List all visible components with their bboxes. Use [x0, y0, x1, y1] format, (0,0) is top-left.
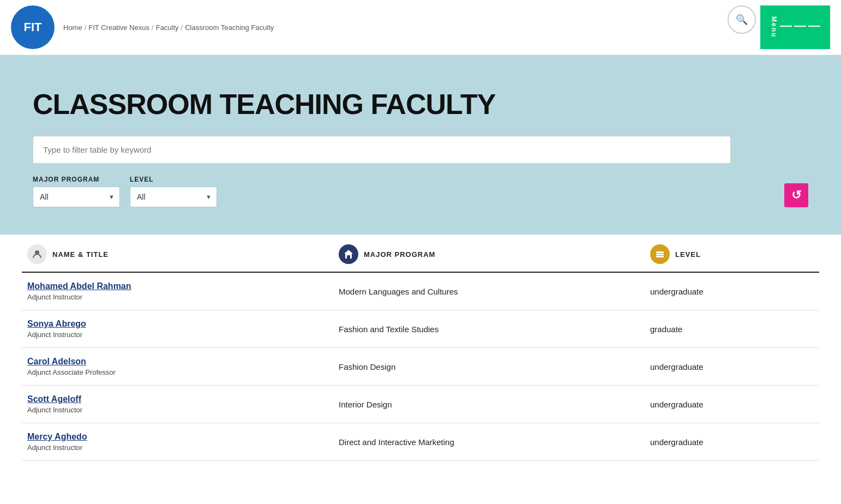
menu-label: Menu: [770, 16, 778, 38]
breadcrumb: Home / FIT Creative Nexus / Faculty / Cl…: [63, 23, 274, 32]
major-program-select-wrapper: All: [33, 187, 120, 207]
level-label: LEVEL: [130, 176, 217, 183]
breadcrumb-sep-2: /: [152, 23, 154, 32]
col-header-major: MAJOR PROGRAM: [339, 244, 650, 264]
reset-icon: ↺: [791, 188, 801, 202]
level-cell: undergraduate: [650, 400, 814, 409]
major-program-select[interactable]: All: [33, 187, 120, 207]
building-icon: [339, 244, 358, 264]
level-cell: graduate: [650, 325, 814, 334]
svg-rect-5: [656, 251, 664, 253]
faculty-name[interactable]: Mercy Aghedo: [27, 432, 339, 442]
table-body: Mohamed Abdel Rahman Adjunct Instructor …: [22, 273, 819, 461]
level-filter-group: LEVEL All: [130, 176, 217, 207]
major-program-cell: Direct and Interactive Marketing: [339, 437, 650, 447]
person-icon: [27, 244, 47, 264]
faculty-info: Carol Adelson Adjunct Associate Professo…: [27, 357, 339, 376]
level-cell: undergraduate: [650, 362, 814, 371]
faculty-title: Adjunct Associate Professor: [27, 368, 339, 376]
major-program-cell: Fashion Design: [339, 362, 650, 371]
faculty-info: Mercy Aghedo Adjunct Instructor: [27, 432, 339, 452]
major-program-label: MAJOR PROGRAM: [33, 176, 120, 183]
faculty-info: Mohamed Abdel Rahman Adjunct Instructor: [27, 281, 339, 301]
menu-lines-icon: [780, 26, 820, 27]
fit-logo[interactable]: FIT: [11, 5, 55, 49]
level-select[interactable]: All: [130, 187, 217, 207]
header-right: 🔍 Menu: [728, 5, 830, 49]
level-cell: undergraduate: [650, 437, 814, 447]
search-icon: 🔍: [736, 14, 748, 26]
major-program-cell: Modern Languages and Cultures: [339, 287, 650, 296]
major-program-filter-group: MAJOR PROGRAM All: [33, 176, 120, 207]
svg-marker-2: [344, 250, 353, 254]
faculty-title: Adjunct Instructor: [27, 293, 339, 301]
breadcrumb-faculty[interactable]: Faculty: [156, 23, 179, 32]
reset-button[interactable]: ↺: [784, 183, 808, 207]
col-header-level: LEVEL: [650, 244, 814, 264]
menu-button[interactable]: Menu: [760, 5, 830, 49]
breadcrumb-nexus[interactable]: FIT Creative Nexus: [88, 23, 149, 32]
faculty-title: Adjunct Instructor: [27, 406, 339, 414]
faculty-info: Scott Ageloff Adjunct Instructor: [27, 394, 339, 414]
table-row: Mohamed Abdel Rahman Adjunct Instructor …: [22, 273, 819, 310]
site-header: FIT Home / FIT Creative Nexus / Faculty …: [0, 0, 841, 55]
col-header-major-label: MAJOR PROGRAM: [364, 250, 435, 259]
level-select-wrapper: All: [130, 187, 217, 207]
breadcrumb-current: Classroom Teaching Faculty: [185, 23, 274, 32]
faculty-table-section: NAME & TITLE MAJOR PROGRAM: [0, 235, 841, 483]
major-program-cell: Interior Design: [339, 400, 650, 409]
keyword-filter-input[interactable]: [33, 136, 731, 164]
table-row: Mercy Aghedo Adjunct Instructor Direct a…: [22, 423, 819, 461]
search-button[interactable]: 🔍: [728, 5, 756, 34]
col-header-name-label: NAME & TITLE: [52, 250, 109, 259]
svg-rect-3: [347, 255, 349, 259]
hero-section: CLASSROOM TEACHING FACULTY MAJOR PROGRAM…: [0, 55, 841, 235]
faculty-name[interactable]: Scott Ageloff: [27, 394, 339, 404]
faculty-name[interactable]: Carol Adelson: [27, 357, 339, 367]
svg-rect-6: [656, 254, 664, 255]
svg-rect-7: [656, 256, 664, 257]
table-header: NAME & TITLE MAJOR PROGRAM: [22, 235, 819, 273]
table-row: Sonya Abrego Adjunct Instructor Fashion …: [22, 310, 819, 348]
page-title: CLASSROOM TEACHING FACULTY: [33, 88, 808, 121]
header-left: FIT Home / FIT Creative Nexus / Faculty …: [11, 5, 274, 49]
faculty-title: Adjunct Instructor: [27, 443, 339, 452]
logo-text: FIT: [24, 20, 42, 34]
table-row: Carol Adelson Adjunct Associate Professo…: [22, 348, 819, 386]
table-row: Scott Ageloff Adjunct Instructor Interio…: [22, 386, 819, 423]
breadcrumb-home[interactable]: Home: [63, 23, 82, 32]
breadcrumb-sep-3: /: [181, 23, 183, 32]
breadcrumb-sep-1: /: [85, 23, 87, 32]
faculty-name[interactable]: Mohamed Abdel Rahman: [27, 281, 339, 291]
major-program-cell: Fashion and Textile Studies: [339, 325, 650, 334]
filters-row: MAJOR PROGRAM All LEVEL All ↺: [33, 176, 808, 207]
layers-icon: [650, 244, 670, 264]
col-header-level-label: LEVEL: [675, 250, 701, 259]
faculty-info: Sonya Abrego Adjunct Instructor: [27, 319, 339, 339]
col-header-name: NAME & TITLE: [27, 244, 339, 264]
svg-rect-4: [349, 255, 350, 259]
faculty-name[interactable]: Sonya Abrego: [27, 319, 339, 329]
level-cell: undergraduate: [650, 287, 814, 296]
faculty-title: Adjunct Instructor: [27, 331, 339, 339]
